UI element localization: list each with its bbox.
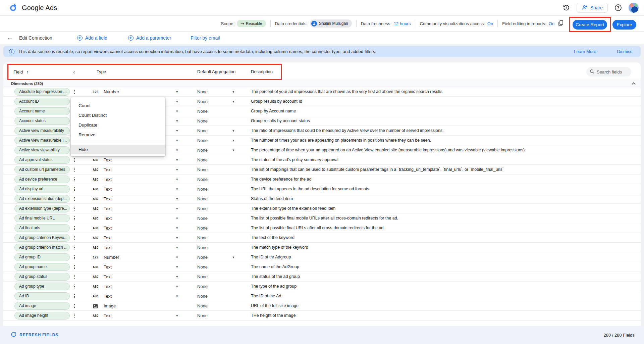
field-chip[interactable]: Ad group criterion Keywo... — [14, 234, 70, 242]
back-arrow-icon[interactable]: ← — [7, 34, 13, 42]
type-dropdown-caret-icon[interactable]: ▾ — [176, 194, 178, 204]
aggregation-dropdown-caret-icon[interactable]: ▾ — [232, 145, 234, 155]
type-dropdown-caret-icon[interactable]: ▾ — [176, 175, 178, 184]
refresh-fields-button[interactable]: REFRESH FIELDS — [11, 332, 58, 338]
resize-handle-icon[interactable] — [71, 70, 75, 75]
row-overflow-menu-icon[interactable]: ⋮ — [72, 262, 77, 272]
type-dropdown-caret-icon[interactable]: ▾ — [176, 155, 178, 165]
aggregation-dropdown-caret-icon[interactable]: ▾ — [232, 126, 234, 136]
field-chip[interactable]: Ad display url — [14, 185, 70, 193]
type-dropdown-caret-icon[interactable]: ▾ — [176, 252, 178, 262]
field-chip[interactable]: Account status — [14, 117, 70, 125]
user-avatar[interactable] — [629, 3, 639, 13]
field-chip[interactable]: Ad extension status (dep... — [14, 195, 70, 203]
row-overflow-menu-icon[interactable]: ⋮ — [72, 87, 77, 97]
field-chip[interactable]: Ad custom url parameters — [14, 166, 70, 174]
type-dropdown-caret-icon[interactable]: ▾ — [176, 165, 178, 175]
create-report-button[interactable]: Create Report — [573, 20, 607, 30]
row-overflow-menu-icon[interactable]: ⋮ — [72, 272, 77, 282]
row-overflow-menu-icon[interactable]: ⋮ — [72, 311, 77, 321]
explore-button[interactable]: Explore — [612, 20, 636, 30]
field-chip[interactable]: Active view measurability — [14, 127, 70, 135]
type-dropdown-caret-icon[interactable]: ▾ — [176, 116, 178, 126]
share-button[interactable]: Share — [577, 3, 608, 13]
field-column-header[interactable]: Field↑ — [13, 69, 29, 75]
collapse-section-icon[interactable] — [632, 82, 635, 86]
aggregation-dropdown-caret-icon[interactable]: ▾ — [232, 136, 234, 145]
row-overflow-menu-icon[interactable]: ⋮ — [72, 243, 77, 252]
field-chip[interactable]: Ad image height — [14, 312, 70, 320]
version-history-icon[interactable] — [562, 3, 571, 12]
add-parameter-button[interactable]: Add a parameter — [128, 35, 171, 41]
field-chip[interactable]: Ad group status — [14, 273, 70, 281]
type-dropdown-caret-icon[interactable]: ▾ — [176, 97, 178, 106]
row-overflow-menu-icon[interactable]: ⋮ — [72, 184, 77, 194]
help-icon[interactable]: ? — [614, 3, 623, 12]
add-field-button[interactable]: Add a field — [77, 35, 107, 41]
learn-more-link[interactable]: Learn More — [574, 49, 596, 54]
type-dropdown-caret-icon[interactable]: ▾ — [176, 136, 178, 145]
field-chip[interactable]: Absolute top impression ... — [14, 88, 70, 96]
field-chip[interactable]: Ad final urls — [14, 224, 70, 232]
field-chip[interactable]: Ad group ID — [14, 253, 70, 261]
row-overflow-menu-icon[interactable]: ⋮ — [72, 204, 77, 213]
type-dropdown-caret-icon[interactable]: ▾ — [176, 204, 178, 213]
search-fields-input[interactable] — [597, 69, 628, 75]
field-chip[interactable]: Ad group criterion match ... — [14, 244, 70, 251]
row-overflow-menu-icon[interactable]: ⋮ — [72, 233, 77, 243]
type-dropdown-caret-icon[interactable]: ▾ — [176, 311, 178, 321]
type-dropdown-caret-icon[interactable]: ▾ — [176, 262, 178, 272]
dismiss-link[interactable]: Dismiss — [617, 49, 633, 54]
type-dropdown-caret-icon[interactable]: ▾ — [176, 223, 178, 233]
row-overflow-menu-icon[interactable]: ⋮ — [72, 194, 77, 204]
row-overflow-menu-icon[interactable]: ⋮ — [72, 301, 77, 311]
type-dropdown-caret-icon[interactable]: ▾ — [176, 87, 178, 97]
field-chip[interactable]: Ad device preference — [14, 176, 70, 183]
type-dropdown-caret-icon[interactable]: ▾ — [176, 106, 178, 116]
aggregation-dropdown-caret-icon[interactable]: ▾ — [232, 87, 234, 97]
type-dropdown-caret-icon[interactable]: ▾ — [176, 282, 178, 291]
menu-item-duplicate[interactable]: Duplicate — [71, 120, 165, 130]
search-fields-box[interactable] — [586, 67, 631, 77]
row-overflow-menu-icon[interactable]: ⋮ — [72, 252, 77, 262]
freshness-value[interactable]: 12 hours — [394, 21, 411, 26]
row-overflow-menu-icon[interactable]: ⋮ — [72, 213, 77, 223]
type-dropdown-caret-icon[interactable]: ▾ — [176, 243, 178, 252]
type-dropdown-caret-icon[interactable]: ▾ — [176, 291, 178, 301]
field-chip[interactable]: Ad final mobile URL — [14, 214, 70, 222]
field-editing-value[interactable]: On — [549, 21, 554, 26]
field-chip[interactable]: Active view measurable i... — [14, 137, 70, 144]
field-chip[interactable]: Ad group type — [14, 283, 70, 290]
menu-item-count[interactable]: Count — [71, 101, 165, 110]
field-chip[interactable]: Account name — [14, 107, 70, 115]
credentials-pill[interactable]: Shalini Murugan — [310, 19, 352, 28]
row-overflow-menu-icon[interactable]: ⋮ — [72, 223, 77, 233]
filter-by-email-link[interactable]: Filter by email — [191, 35, 220, 41]
copy-icon[interactable] — [558, 20, 564, 27]
community-viz-value[interactable]: On — [487, 21, 493, 26]
field-chip[interactable]: Ad approval status — [14, 156, 70, 164]
menu-item-hide[interactable]: Hide — [71, 145, 165, 154]
type-dropdown-caret-icon[interactable]: ▾ — [176, 145, 178, 155]
field-chip[interactable]: Ad group name — [14, 263, 70, 271]
menu-item-remove[interactable]: Remove — [71, 130, 165, 140]
row-overflow-menu-icon[interactable]: ⋮ — [72, 165, 77, 175]
row-overflow-menu-icon[interactable]: ⋮ — [72, 155, 77, 165]
field-chip[interactable]: Ad image — [14, 302, 70, 310]
row-overflow-menu-icon[interactable]: ⋮ — [72, 175, 77, 184]
scope-reusable-pill[interactable]: ↪ Reusable — [237, 20, 266, 27]
aggregation-dropdown-caret-icon[interactable]: ▾ — [232, 97, 234, 106]
field-chip[interactable]: Ad extension type (depre... — [14, 205, 70, 212]
aggregation-dropdown-caret-icon[interactable]: ▾ — [232, 252, 234, 262]
row-overflow-menu-icon[interactable]: ⋮ — [72, 282, 77, 291]
type-dropdown-caret-icon[interactable]: ▾ — [176, 233, 178, 243]
menu-item-count-distinct[interactable]: Count Distinct — [71, 110, 165, 120]
field-chip[interactable]: Ad ID — [14, 292, 70, 300]
type-dropdown-caret-icon[interactable]: ▾ — [176, 213, 178, 223]
edit-connection-link[interactable]: Edit Connection — [19, 35, 52, 41]
field-chip[interactable]: Account ID — [14, 98, 70, 105]
type-dropdown-caret-icon[interactable]: ▾ — [176, 272, 178, 282]
type-dropdown-caret-icon[interactable]: ▾ — [176, 126, 178, 136]
type-dropdown-caret-icon[interactable]: ▾ — [176, 184, 178, 194]
field-chip[interactable]: Active view viewablility — [14, 146, 70, 154]
